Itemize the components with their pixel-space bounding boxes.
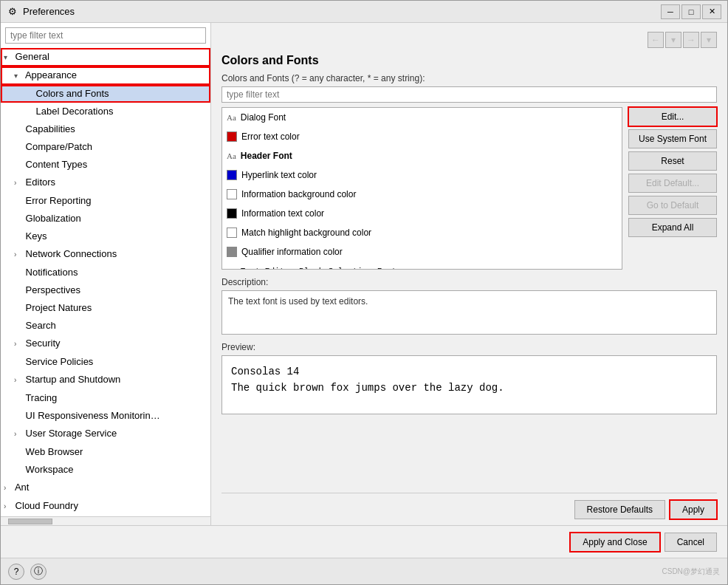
edit-button[interactable]: Edit... <box>628 107 717 126</box>
window-controls: ─ □ ✕ <box>661 4 721 19</box>
tree-item-label-decorations[interactable]: Label Decorations <box>1 103 210 120</box>
dialog-title: Preferences <box>23 6 661 17</box>
font-list-container: AaDialog FontError text colorAaHeader Fo… <box>222 107 622 270</box>
preview-label: Preview: <box>222 342 717 352</box>
preferences-dialog: ⚙ Preferences ─ □ ✕ General Appearance C… <box>0 0 728 585</box>
tree-item-appearance[interactable]: Appearance <box>1 66 210 85</box>
forward-button[interactable]: → <box>683 32 699 48</box>
color-swatch-hyperlink-text-color <box>227 170 237 180</box>
color-swatch-match-highlight-color <box>227 228 237 238</box>
font-list-area: AaDialog FontError text colorAaHeader Fo… <box>222 107 717 270</box>
tree-item-capabilities[interactable]: Capabilities <box>1 120 210 138</box>
filter-row <box>222 86 717 103</box>
filter-label: Colors and Fonts (? = any character, * =… <box>222 73 717 83</box>
section-title: Colors and Fonts <box>222 54 717 67</box>
tree-item-security[interactable]: Security <box>1 335 210 353</box>
font-entry-match-highlight-color[interactable]: Match highlight background color <box>222 223 622 242</box>
preview-line2: The quick brown fox jumps over the lazy … <box>231 380 707 396</box>
tree-item-network-connections[interactable]: Network Connections <box>1 245 210 264</box>
font-entry-error-text-color[interactable]: Error text color <box>222 127 622 146</box>
help-button[interactable]: ? <box>8 564 24 580</box>
color-swatch-info-bg-color <box>227 189 237 199</box>
tree-item-error-reporting[interactable]: Error Reporting <box>1 192 210 210</box>
tree-item-general[interactable]: General <box>1 48 210 66</box>
color-swatch-error-text-color <box>227 131 237 142</box>
tree-item-notifications[interactable]: Notifications <box>1 264 210 281</box>
apply-and-close-button[interactable]: Apply and Close <box>570 533 659 552</box>
nav-toolbar: ← ▾ → ▾ <box>222 32 717 48</box>
tree-item-colors-fonts[interactable]: Colors and Fonts <box>1 85 210 103</box>
right-action-bar: Restore Defaults Apply <box>222 493 717 525</box>
tree-item-perspectives[interactable]: Perspectives <box>1 281 210 299</box>
use-system-font-button[interactable]: Use System Font <box>628 129 717 148</box>
info-button[interactable]: ⓘ <box>30 564 47 580</box>
dialog-content: General Appearance Colors and Fonts Labe… <box>1 23 727 525</box>
apply-button[interactable]: Apply <box>670 500 717 519</box>
expand-all-button[interactable]: Expand All <box>628 218 717 237</box>
tree-item-service-policies[interactable]: Service Policies <box>1 353 210 371</box>
font-entry-info-text-color[interactable]: Information text color <box>222 204 622 223</box>
description-label: Description: <box>222 277 717 287</box>
tree-item-workspace[interactable]: Workspace <box>1 461 210 479</box>
tree-item-project-natures[interactable]: Project Natures <box>1 299 210 317</box>
color-swatch-qualifier-info-color <box>227 247 237 257</box>
tree-item-compare-patch[interactable]: Compare/Patch <box>1 138 210 156</box>
maximize-button[interactable]: □ <box>681 4 701 19</box>
tree-item-user-storage[interactable]: User Storage Service <box>1 425 210 443</box>
cancel-button[interactable]: Cancel <box>665 533 717 552</box>
forward-dropdown-button[interactable]: ▾ <box>701 32 717 48</box>
reset-button[interactable]: Reset <box>628 151 717 171</box>
tree-item-editors[interactable]: Editors <box>1 174 210 192</box>
description-box: The text font is used by text editors. <box>222 290 717 335</box>
font-entry-dialog-font[interactable]: AaDialog Font <box>222 108 622 127</box>
font-entry-info-bg-color[interactable]: Information background color <box>222 185 622 204</box>
tree-item-search[interactable]: Search <box>1 317 210 335</box>
left-filter-input[interactable] <box>5 27 206 44</box>
restore-defaults-button[interactable]: Restore Defaults <box>574 500 665 519</box>
tree-item-globalization[interactable]: Globalization <box>1 210 210 228</box>
right-buttons: Edit...Use System FontResetEdit Default.… <box>628 107 717 270</box>
description-section: Description: The text font is used by te… <box>222 277 717 335</box>
tree-item-content-types[interactable]: Content Types <box>1 156 210 174</box>
back-dropdown-button[interactable]: ▾ <box>665 32 681 48</box>
edit-default-button: Edit Default... <box>628 174 717 193</box>
font-entry-header-font[interactable]: AaHeader Font <box>222 146 622 165</box>
app-icon: ⚙ <box>7 6 18 18</box>
tree-item-ant[interactable]: Ant <box>1 479 210 497</box>
dialog-bottom-bar: Apply and Close Cancel <box>1 525 727 558</box>
preview-section: Preview: Consolas 14 The quick brown fox… <box>222 342 717 485</box>
back-button[interactable]: ← <box>648 32 664 48</box>
tree-item-startup-shutdown[interactable]: Startup and Shutdown <box>1 371 210 389</box>
tree-item-ui-responsiveness[interactable]: UI Responsiveness Monitorin… <box>1 407 210 425</box>
watermark: CSDN@梦幻通灵 <box>662 567 721 577</box>
left-panel: General Appearance Colors and Fonts Labe… <box>1 23 211 525</box>
tree-item-cloud-foundry[interactable]: Cloud Foundry <box>1 497 210 516</box>
help-bar: ? ⓘ CSDN@梦幻通灵 <box>1 558 727 584</box>
font-entry-hyperlink-text-color[interactable]: Hyperlink text color <box>222 165 622 185</box>
title-bar: ⚙ Preferences ─ □ ✕ <box>1 1 727 23</box>
close-button[interactable]: ✕ <box>702 4 721 19</box>
go-to-default-button: Go to Default <box>628 196 717 215</box>
tree-item-web-browser[interactable]: Web Browser <box>1 443 210 461</box>
color-swatch-info-text-color <box>227 208 237 219</box>
font-entry-qualifier-info-color[interactable]: Qualifier information color <box>222 242 622 261</box>
tree-container: General Appearance Colors and Fonts Labe… <box>1 48 210 516</box>
hscroll-thumb <box>8 519 52 524</box>
right-filter-input[interactable] <box>222 86 717 103</box>
tree-item-keys[interactable]: Keys <box>1 228 210 245</box>
tree-item-tracing[interactable]: Tracing <box>1 389 210 407</box>
font-entry-text-editor-block-font[interactable]: AaText Editor Block Selection Font <box>222 261 622 269</box>
preview-line1: Consolas 14 <box>231 363 707 380</box>
left-hscroll[interactable] <box>1 516 210 525</box>
right-panel: ← ▾ → ▾ Colors and Fonts Colors and Font… <box>211 23 727 525</box>
preview-box: Consolas 14 The quick brown fox jumps ov… <box>222 355 717 414</box>
minimize-button[interactable]: ─ <box>661 4 680 19</box>
font-list-scroll[interactable]: AaDialog FontError text colorAaHeader Fo… <box>222 108 622 269</box>
